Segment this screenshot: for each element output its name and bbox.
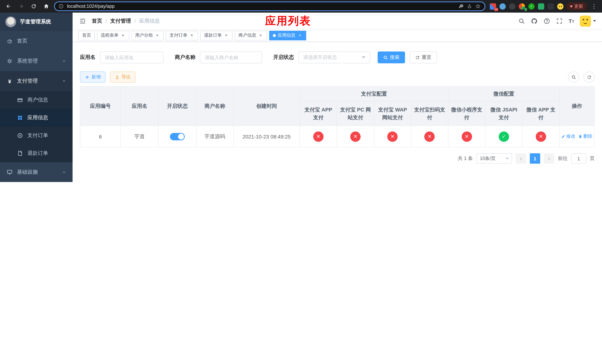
reset-button[interactable]: 重置: [409, 52, 437, 63]
avatar-extension-icon[interactable]: [557, 3, 563, 10]
close-icon[interactable]: ×: [224, 33, 229, 38]
merchant-name-input[interactable]: [200, 52, 262, 63]
cell-merchant: 芋道源码: [196, 126, 233, 147]
tag-process-form[interactable]: 流程表单 ×: [97, 31, 129, 40]
sidebar-item-label: 系统管理: [17, 58, 38, 64]
active-dot-icon: [273, 34, 276, 37]
sidebar-logo[interactable]: 芋道管理系统: [0, 13, 73, 31]
status-toggle[interactable]: [170, 133, 185, 140]
col-create-time: 创建时间: [233, 86, 300, 126]
password-key-icon[interactable]: [458, 3, 464, 9]
refresh-table-button[interactable]: [583, 72, 595, 83]
page-size-select[interactable]: 10条/页: [476, 153, 512, 164]
sidebar: 芋道管理系统 首页 系统管理 ¥ 支付管理: [0, 13, 73, 182]
site-info-icon[interactable]: [58, 3, 64, 9]
screen: localhost:1024/pay/app 10 1 ✓ 更新: [0, 0, 602, 182]
search-button[interactable]: 搜索: [378, 52, 405, 63]
sidebar-item-label: 支付管理: [17, 78, 38, 85]
top-navbar: 首页 / 支付管理 / 应用信息 应用列表: [73, 13, 602, 29]
sidebar-item-home[interactable]: 首页: [0, 31, 73, 51]
col-wx-jsapi: 微信 JSAPI 支付: [485, 101, 522, 126]
export-button[interactable]: 导出: [110, 72, 136, 83]
alipay-pc-status-icon: ✕: [350, 131, 361, 142]
share-icon[interactable]: [467, 3, 473, 9]
font-size-icon[interactable]: TT: [569, 18, 574, 24]
browser-menu-icon[interactable]: ⋮: [590, 3, 598, 10]
edit-link[interactable]: 修改: [561, 133, 576, 139]
gear-icon: [7, 58, 13, 64]
address-bar[interactable]: localhost:1024/pay/app: [54, 1, 485, 11]
delete-link[interactable]: 删除: [579, 133, 592, 139]
tag-refund-order[interactable]: 退款订单 ×: [200, 31, 233, 40]
close-icon[interactable]: ×: [189, 33, 194, 38]
extension-icon[interactable]: ✓: [528, 3, 535, 10]
collapse-sidebar-icon[interactable]: [78, 17, 87, 25]
toggle-search-button[interactable]: [568, 72, 579, 83]
search-icon[interactable]: [518, 17, 525, 24]
extension-icon[interactable]: 1: [519, 3, 525, 10]
close-icon[interactable]: ×: [297, 33, 302, 38]
close-icon[interactable]: ×: [258, 33, 263, 38]
fullscreen-icon[interactable]: [556, 17, 563, 24]
filter-form: 应用名 商户名称 开启状态 请选择开启状态 搜索 重置: [80, 52, 595, 63]
search-icon: [383, 55, 388, 60]
back-icon[interactable]: [4, 1, 13, 11]
tag-pay-order[interactable]: 支付订单 ×: [166, 31, 198, 40]
reload-icon[interactable]: [29, 1, 39, 11]
close-icon[interactable]: ×: [155, 33, 160, 38]
sidebar-item-refund-order[interactable]: 退款订单: [0, 144, 73, 162]
tags-view: 首页 流程表单 × 用户分组 × 支付订单 × 退款订单 ×: [73, 29, 602, 42]
sidebar-item-infra[interactable]: 基础设施: [0, 162, 73, 182]
github-icon[interactable]: [531, 17, 538, 24]
download-icon: [115, 75, 119, 79]
wx-mini-status-icon: ✕: [462, 131, 472, 142]
help-icon[interactable]: [543, 17, 550, 24]
close-icon[interactable]: ×: [120, 33, 126, 38]
tag-app-info-active[interactable]: 应用信息 ×: [269, 31, 306, 40]
bookmark-star-icon[interactable]: [475, 3, 481, 9]
extension-icon[interactable]: [499, 3, 506, 10]
navbar-actions: TT: [518, 15, 596, 26]
sidebar-item-label: 应用信息: [27, 114, 48, 121]
breadcrumb-pay[interactable]: 支付管理: [110, 18, 131, 24]
wx-jsapi-status-icon: ✓: [499, 131, 509, 142]
user-avatar: [580, 15, 591, 26]
extension-icon[interactable]: [538, 3, 544, 10]
grid-icon: [17, 115, 23, 121]
sidebar-item-system[interactable]: 系统管理: [0, 51, 73, 71]
goto-suffix: 页: [590, 155, 595, 162]
extension-icon[interactable]: [548, 3, 554, 10]
caret-down-icon: [593, 20, 596, 22]
next-page-button[interactable]: ›: [544, 153, 554, 164]
sidebar-item-app-info[interactable]: 应用信息: [0, 109, 73, 127]
app-name-input[interactable]: [100, 52, 164, 63]
merchant-name-label: 商户名称: [175, 54, 195, 61]
sidebar-item-label: 退款订单: [27, 150, 48, 157]
breadcrumb-home[interactable]: 首页: [92, 18, 102, 24]
page-content: 应用名 商户名称 开启状态 请选择开启状态 搜索 重置: [73, 42, 602, 175]
prev-page-button[interactable]: ‹: [516, 153, 526, 164]
extension-icon[interactable]: 10: [490, 3, 496, 10]
goto-page-input[interactable]: [571, 153, 586, 164]
page-1-button[interactable]: 1: [530, 153, 540, 164]
forward-icon[interactable]: [16, 1, 26, 11]
sidebar-item-payment[interactable]: ¥ 支付管理: [0, 71, 73, 91]
home-icon[interactable]: [42, 1, 51, 11]
sidebar-item-label: 支付订单: [27, 132, 48, 139]
sidebar-item-pay-order[interactable]: 支付订单: [0, 127, 73, 144]
tag-home[interactable]: 首页: [78, 31, 95, 40]
alipay-wap-status-icon: ✕: [387, 131, 398, 142]
col-actions: 操作: [559, 86, 594, 126]
refresh-icon: [415, 55, 420, 60]
add-button[interactable]: 新增: [80, 72, 106, 83]
breadcrumb-current: 应用信息: [139, 18, 160, 24]
tag-merchant-info[interactable]: 商户信息 ×: [235, 31, 267, 40]
chevron-down-icon: [62, 59, 66, 63]
sidebar-item-merchant-info[interactable]: 商户信息: [0, 91, 73, 109]
tag-user-group[interactable]: 用户分组 ×: [131, 31, 164, 40]
status-select[interactable]: 请选择开启状态: [298, 52, 370, 63]
goto-prefix: 前往: [558, 155, 568, 162]
user-menu[interactable]: [580, 15, 596, 26]
browser-update-button[interactable]: 更新: [567, 2, 587, 10]
extension-icon[interactable]: [509, 3, 515, 10]
